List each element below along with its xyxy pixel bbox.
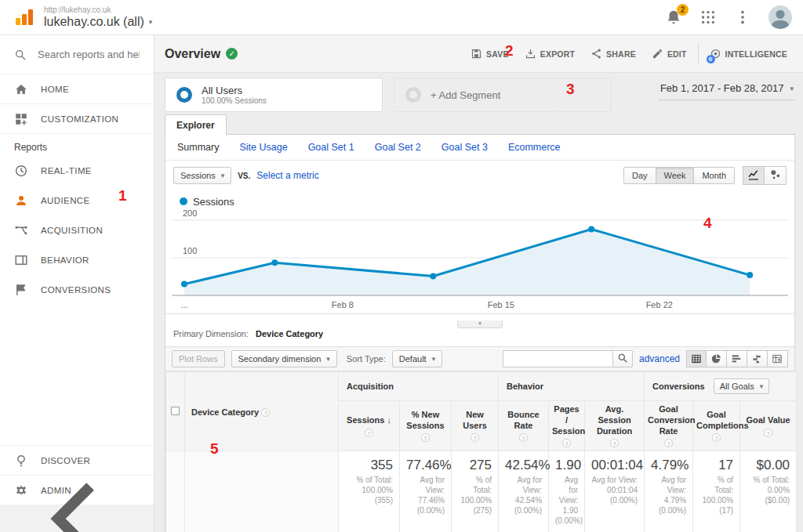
edit-button[interactable]: EDIT (644, 43, 695, 64)
granularity-month[interactable]: Month (694, 167, 735, 184)
granularity-week[interactable]: Week (656, 167, 695, 184)
column-header-sessions[interactable]: Sessions ↓? (339, 401, 400, 451)
select-all-checkbox[interactable] (171, 407, 180, 415)
chart-controls: Sessions ▾ VS. Select a metric DayWeekMo… (165, 161, 794, 190)
analytics-logo-icon[interactable] (16, 9, 33, 25)
table-toolbar: Plot Rows Secondary dimension ▾ Sort Typ… (165, 346, 794, 371)
view-performance-button[interactable] (727, 350, 747, 367)
secondary-dimension-label: Secondary dimension (238, 354, 322, 364)
subtab-goal-set-3[interactable]: Goal Set 3 (441, 142, 488, 153)
add-segment-button[interactable]: + Add Segment (394, 78, 612, 112)
sort-type-selector[interactable]: Default ▾ (392, 350, 442, 367)
intelligence-icon: 0 (710, 48, 721, 60)
segment-all-users[interactable]: All Users 100.00% Sessions (165, 78, 383, 112)
view-pivot-icon (772, 353, 783, 364)
export-button[interactable]: EXPORT (517, 43, 583, 64)
series-dot-icon (180, 197, 187, 205)
account-selector[interactable]: lukehay.co.uk (all) ▾ (44, 15, 152, 29)
column-header-goal-completions[interactable]: Goal Completions? (693, 401, 740, 451)
device-category-table: Device Category ? Acquisition Behavior C… (165, 371, 797, 532)
sidebar-item-audience[interactable]: AUDIENCE (0, 186, 154, 215)
help-icon[interactable]: ? (261, 408, 270, 417)
column-header-new-sessions[interactable]: % New Sessions? (400, 401, 452, 451)
view-bar-icon (731, 353, 743, 364)
sidebar-item-behavior[interactable]: BEHAVIOR (0, 245, 154, 275)
share-icon (590, 48, 602, 60)
chevron-left-icon (13, 454, 141, 532)
subtab-ecommerce[interactable]: Ecommerce (508, 142, 561, 153)
help-icon[interactable]: ? (610, 439, 619, 447)
sidebar-search[interactable] (0, 35, 154, 74)
help-icon[interactable]: ? (471, 433, 479, 442)
help-icon[interactable]: ? (562, 439, 571, 447)
svg-text:Feb 8: Feb 8 (332, 300, 354, 309)
metric-selector[interactable]: Sessions ▾ (173, 167, 231, 184)
help-icon[interactable]: ? (712, 433, 721, 442)
sidebar-collapse-button[interactable] (0, 505, 154, 532)
sidebar-item-real-time[interactable]: REAL-TIME (0, 156, 154, 186)
user-avatar[interactable] (768, 5, 792, 29)
intelligence-button[interactable]: 0INTELLIGENCE (698, 43, 795, 64)
chevron-down-icon: ▾ (149, 18, 153, 26)
table-search-button[interactable] (612, 350, 633, 367)
sidebar-item-customization[interactable]: CUSTOMIZATION (0, 104, 154, 134)
secondary-dimension-selector[interactable]: Secondary dimension ▾ (231, 350, 337, 367)
plot-rows-button[interactable]: Plot Rows (172, 350, 225, 367)
report-toolbar: Overview ✓ SAVEEXPORTSHAREEDIT0INTELLIGE… (154, 35, 803, 73)
group-header-conversions: Conversions All Goals ▾ (645, 372, 797, 401)
view-table-button[interactable] (686, 350, 707, 367)
sidebar-item-label: BEHAVIOR (41, 255, 89, 265)
sidebar-item-home[interactable]: HOME (0, 74, 154, 104)
all-goals-value: All Goals (720, 382, 754, 391)
view-pivot-button[interactable] (768, 350, 788, 367)
subtab-goal-set-2[interactable]: Goal Set 2 (375, 142, 421, 153)
apps-grid-button[interactable] (699, 9, 717, 26)
page-title: Overview (165, 47, 220, 61)
primary-dimension-device-category[interactable]: Device Category (256, 329, 323, 338)
advanced-search-link[interactable]: advanced (639, 353, 680, 364)
view-comparison-icon (751, 353, 763, 364)
help-icon[interactable]: ? (365, 429, 373, 437)
view-comparison-button[interactable] (747, 350, 768, 367)
subtabs: SummarySite UsageGoal Set 1Goal Set 2Goa… (165, 135, 794, 161)
subtab-goal-set-1[interactable]: Goal Set 1 (308, 142, 354, 153)
clock-icon (14, 164, 28, 178)
column-header-goal-conversion-rate[interactable]: Goal Conversion Rate? (645, 401, 693, 451)
subtab-site-usage[interactable]: Site Usage (239, 142, 287, 153)
column-header-bounce-rate[interactable]: Bounce Rate? (499, 401, 549, 451)
help-icon[interactable]: ? (664, 439, 673, 447)
sidebar-item-label: HOME (41, 85, 69, 94)
search-icon (14, 48, 27, 62)
more-options-button[interactable] (734, 9, 751, 26)
segment-subtitle: 100.00% Sessions (202, 96, 267, 105)
all-goals-selector[interactable]: All Goals ▾ (714, 378, 770, 394)
sidebar-item-acquisition[interactable]: ACQUISITION (0, 215, 154, 245)
sidebar-item-label: AUDIENCE (41, 196, 90, 205)
help-icon[interactable]: ? (421, 433, 430, 442)
granularity-day[interactable]: Day (623, 167, 656, 184)
primary-dimension-label: Primary Dimension: (173, 329, 249, 338)
motion-chart-toggle[interactable] (765, 166, 787, 185)
chevron-down-icon: ▾ (790, 85, 794, 92)
subtab-summary[interactable]: Summary (177, 142, 219, 153)
share-button[interactable]: SHARE (583, 43, 644, 64)
search-input[interactable] (38, 49, 140, 60)
chart-expander-button[interactable]: ▾ (457, 320, 503, 328)
line-chart-toggle[interactable] (743, 166, 765, 185)
column-header-avg-session-duration[interactable]: Avg. Session Duration? (585, 401, 645, 451)
date-range-selector[interactable]: Feb 1, 2017 - Feb 28, 2017 ▾ (659, 81, 795, 100)
select-metric-link[interactable]: Select a metric (256, 170, 318, 181)
home-icon (14, 82, 28, 96)
column-header-device-category[interactable]: Device Category ? (185, 372, 339, 451)
column-header-new-users[interactable]: New Users? (452, 401, 499, 451)
view-percentage-button[interactable] (707, 350, 727, 367)
verified-check-icon: ✓ (226, 48, 238, 60)
notifications-button[interactable]: 2 (665, 9, 682, 26)
column-header-pages-session[interactable]: Pages / Session? (549, 401, 585, 451)
help-icon[interactable]: ? (519, 433, 528, 442)
help-icon[interactable]: ? (764, 429, 772, 437)
table-search-input[interactable] (503, 350, 612, 367)
tab-explorer[interactable]: Explorer (165, 114, 227, 136)
sidebar-item-conversions[interactable]: CONVERSIONS (0, 275, 154, 305)
sidebar-nav-reports: REAL-TIMEAUDIENCEACQUISITIONBEHAVIORCONV… (0, 156, 154, 305)
